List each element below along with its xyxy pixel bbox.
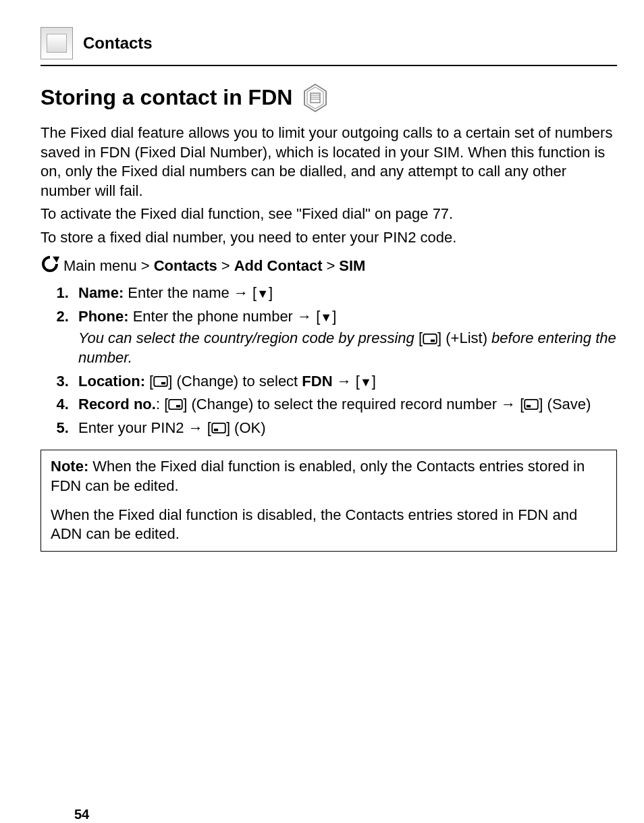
svg-rect-5 [431, 339, 435, 342]
fdn-label: FDN [302, 373, 332, 390]
softkey-right-icon [153, 376, 168, 387]
step-2-note-a: You can select the country/region code b… [78, 329, 419, 346]
intro-paragraph-3: To store a fixed dial number, you need t… [41, 228, 617, 248]
breadcrumb-item: SIM [339, 257, 365, 276]
down-triangle-icon: ▼ [257, 288, 269, 300]
breadcrumb: Main menu > Contacts > Add Contact > SIM [41, 255, 617, 279]
down-triangle-icon: ▼ [360, 376, 372, 388]
step-label: Phone: [78, 308, 129, 325]
svg-rect-6 [154, 377, 167, 386]
svg-rect-10 [525, 400, 539, 409]
step-2-note: You can select the country/region code b… [78, 329, 617, 367]
softkey-left-icon [524, 399, 539, 410]
main-title-row: Storing a contact in FDN [41, 83, 617, 113]
arrow-right-icon: → [337, 374, 352, 389]
softkey-right-icon [168, 399, 183, 410]
svg-rect-4 [423, 334, 437, 343]
save-text: (Save) [543, 396, 591, 413]
note-box: Note: When the Fixed dial function is en… [41, 450, 617, 551]
arrow-right-icon: → [297, 309, 312, 324]
section-title: Contacts [83, 32, 153, 53]
step-text: (Change) to select [172, 373, 302, 390]
breadcrumb-sep: > [141, 257, 150, 276]
step-label: Location: [78, 373, 145, 390]
svg-rect-8 [169, 400, 182, 409]
contacts-icon [41, 27, 73, 59]
svg-rect-12 [212, 423, 225, 433]
step-text: Enter the phone number [129, 308, 298, 325]
note-paragraph-2: When the Fixed dial function is disabled… [51, 506, 607, 544]
svg-rect-11 [527, 405, 531, 408]
breadcrumb-prefix: Main menu [63, 257, 137, 276]
arrow-right-icon: → [188, 421, 203, 435]
softkey-left-icon [211, 423, 226, 433]
step-3: Location: [] (Change) to select FDN → [▼… [73, 372, 617, 392]
svg-rect-7 [161, 382, 165, 385]
svg-rect-13 [214, 429, 218, 431]
step-label: Name: [78, 284, 124, 301]
svg-rect-9 [176, 405, 180, 408]
step-1: Name: Enter the name → [▼] [73, 284, 617, 303]
step-4: Record no.: [] (Change) to select the re… [73, 395, 617, 415]
note-p1-text: When the Fixed dial function is enabled,… [51, 458, 585, 494]
breadcrumb-item: Contacts [154, 257, 217, 276]
breadcrumb-item: Add Contact [234, 257, 323, 276]
breadcrumb-sep: > [326, 257, 335, 276]
step-text: Enter your PIN2 [78, 419, 188, 436]
arrow-right-icon: → [234, 286, 248, 300]
note-paragraph-1: Note: When the Fixed dial function is en… [51, 457, 607, 496]
step-label: Record no. [78, 396, 156, 413]
breadcrumb-sep: > [221, 257, 230, 276]
page-number: 54 [74, 805, 89, 823]
sim-card-icon [300, 83, 330, 113]
step-2: Phone: Enter the phone number → [▼] You … [73, 307, 617, 368]
page-header: Contacts [41, 27, 617, 66]
step-text: (Change) to select the required record n… [187, 396, 501, 413]
intro-paragraph-2: To activate the Fixed dial function, see… [41, 205, 617, 224]
arrow-right-icon: → [501, 397, 516, 412]
down-triangle-icon: ▼ [320, 311, 332, 323]
steps-list: Name: Enter the name → [▼] Phone: Enter … [41, 284, 617, 437]
page-title: Storing a contact in FDN [41, 84, 292, 112]
step-2-note-after: (+List) [441, 329, 491, 346]
step-text: Enter the name [124, 284, 234, 301]
ok-text: (OK) [230, 419, 266, 436]
svg-rect-0 [311, 93, 320, 103]
step-colon: : [156, 396, 164, 413]
nav-arrow-icon [41, 255, 59, 279]
softkey-right-icon [423, 334, 437, 344]
step-5: Enter your PIN2 → [] (OK) [73, 419, 617, 438]
note-label: Note: [51, 458, 88, 475]
intro-paragraph-1: The Fixed dial feature allows you to lim… [41, 124, 617, 201]
